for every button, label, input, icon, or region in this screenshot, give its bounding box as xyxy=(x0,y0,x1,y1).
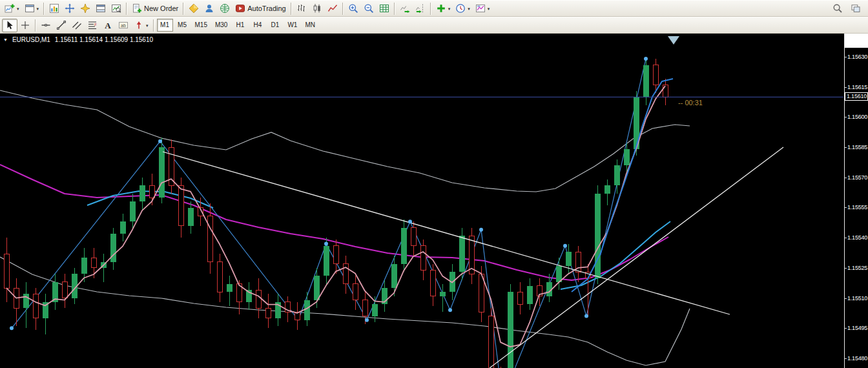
autoscroll-icon xyxy=(400,3,410,14)
timeframe-m15-button[interactable]: M15 xyxy=(192,19,211,32)
timeframe-h1-button[interactable]: H1 xyxy=(232,19,248,32)
price-axis-tick xyxy=(845,298,847,299)
timeframe-w1-button[interactable]: W1 xyxy=(284,19,300,32)
caret-down-icon: ▾ xyxy=(37,6,39,11)
candle-chart-mode-button[interactable] xyxy=(309,2,325,15)
line-chart-icon xyxy=(327,3,338,14)
chart-window[interactable]: ▼ EURUSD,M1 1.15611 1.15614 1.15609 1.15… xyxy=(0,34,844,368)
timeframe-m5-button[interactable]: M5 xyxy=(174,19,191,32)
market-watch-button[interactable] xyxy=(46,2,62,15)
new-chart-button[interactable]: ▾ xyxy=(2,2,22,15)
toolbar-separator xyxy=(43,3,45,15)
bull-candle-body xyxy=(643,65,649,97)
caret-down-icon: ▾ xyxy=(146,23,149,28)
crosshair-tool-button[interactable] xyxy=(17,19,33,32)
text-label-tool-button[interactable]: ab xyxy=(116,19,131,32)
toolbar-separator xyxy=(35,19,36,32)
text-A-icon: A xyxy=(103,20,113,30)
profiles-button[interactable]: ▾ xyxy=(22,2,42,15)
cursor-tool-button[interactable] xyxy=(2,19,17,32)
order-doc-icon xyxy=(132,3,142,14)
price-axis-label: 1.15555 xyxy=(847,204,867,210)
timeframe-d1-button[interactable]: D1 xyxy=(267,19,283,32)
bull-candle-body xyxy=(440,292,446,296)
arrows-tool-button[interactable]: ▾ xyxy=(131,19,151,32)
toolbar-separator xyxy=(394,3,395,15)
price-axis-label: 1.15495 xyxy=(847,325,867,331)
panels-icon xyxy=(851,3,861,14)
price-axis[interactable]: 1.15610 1.156301.156151.156001.155851.15… xyxy=(844,34,868,368)
caret-down-icon: ▾ xyxy=(17,6,19,11)
timeframe-m30-button[interactable]: M30 xyxy=(212,19,231,32)
metaeditor-button[interactable] xyxy=(186,2,202,15)
zoom-in-button[interactable] xyxy=(346,2,361,15)
grid-table-icon xyxy=(379,3,389,14)
line-chart-mode-button[interactable] xyxy=(325,2,340,15)
price-axis-label: 1.15585 xyxy=(847,144,867,150)
indicators-plus-icon xyxy=(436,3,446,14)
svg-text:F: F xyxy=(94,23,97,26)
candle-countdown: -- 00:31 xyxy=(678,99,703,107)
horizontal-line-tool-button[interactable] xyxy=(38,19,54,32)
caret-down-icon: ▾ xyxy=(488,6,490,11)
data-window-button[interactable] xyxy=(62,2,78,15)
symbol-title: EURUSD,M1 xyxy=(12,36,50,43)
timeframe-h4-button[interactable]: H4 xyxy=(249,19,265,32)
navigator-button[interactable] xyxy=(78,2,93,15)
price-axis-label: 1.15570 xyxy=(847,174,867,181)
templates-button[interactable]: ▾ xyxy=(473,2,493,15)
fibonacci-tool-button[interactable]: F xyxy=(85,19,100,32)
equidistant-channel-tool-button[interactable] xyxy=(69,19,85,32)
periods-button[interactable]: ▾ xyxy=(453,2,473,15)
timeframe-m1-button[interactable]: M1 xyxy=(157,19,173,32)
autotrading-button[interactable]: AutoTrading xyxy=(232,2,289,15)
tline-icon xyxy=(56,20,67,30)
price-axis-label: 1.15480 xyxy=(847,355,867,362)
charts-toolbar: FAab▾M1M5M15M30H1H4D1W1MN xyxy=(0,17,868,34)
toolbar-separator xyxy=(342,3,344,15)
label-T-icon: ab xyxy=(118,20,129,30)
zoom-out-icon xyxy=(364,3,374,14)
chart-canvas[interactable] xyxy=(0,34,843,368)
text-tool-button[interactable]: A xyxy=(100,19,116,32)
toolbar-separator xyxy=(183,3,184,15)
terminal-window-icon xyxy=(96,3,106,14)
trendline-object[interactable] xyxy=(490,147,783,368)
market-button[interactable] xyxy=(217,2,232,15)
new-order-button[interactable]: New Order xyxy=(129,2,181,15)
zoom-out-button[interactable] xyxy=(361,2,377,15)
bull-candle-body xyxy=(314,276,320,300)
chart-shift-button[interactable] xyxy=(413,2,428,15)
bear-candle-body xyxy=(488,316,493,368)
price-axis-label: 1.15615 xyxy=(847,84,867,90)
symbol-collapse-icon[interactable]: ▼ xyxy=(3,37,8,42)
strategy-tester-button[interactable] xyxy=(108,2,124,15)
tile-windows-button[interactable] xyxy=(377,2,392,15)
globe-icon xyxy=(220,3,230,14)
zigzag-dot xyxy=(644,57,648,61)
auto-scroll-button[interactable] xyxy=(397,2,413,15)
bull-candle-body xyxy=(566,252,572,266)
terminal-button[interactable] xyxy=(93,2,108,15)
timeframe-mn-button[interactable]: MN xyxy=(302,19,318,32)
zigzag-dot xyxy=(10,326,14,330)
toolbar-search-button[interactable] xyxy=(830,2,845,15)
bull-candle-body xyxy=(372,304,378,316)
indicators-button[interactable]: ▾ xyxy=(433,2,453,15)
price-axis-tick xyxy=(845,57,847,57)
bear-candle-body xyxy=(653,65,658,85)
price-axis-tick xyxy=(845,268,847,269)
zigzag-dot xyxy=(448,308,452,312)
trendline-tool-button[interactable] xyxy=(54,19,69,32)
bear-candle-body xyxy=(217,262,222,292)
chart-shift-marker-icon[interactable] xyxy=(668,36,679,45)
bar-chart-mode-button[interactable] xyxy=(294,2,309,15)
toolbar-panels-button[interactable] xyxy=(848,2,863,15)
bid-price-label: 1.15610 xyxy=(845,92,868,101)
bear-candle-body xyxy=(178,185,183,225)
bull-candle-body xyxy=(604,185,610,194)
bull-candle-body xyxy=(81,258,87,274)
chart-shift-icon xyxy=(415,3,426,14)
community-button[interactable] xyxy=(202,2,217,15)
zigzag-dot xyxy=(158,139,162,143)
